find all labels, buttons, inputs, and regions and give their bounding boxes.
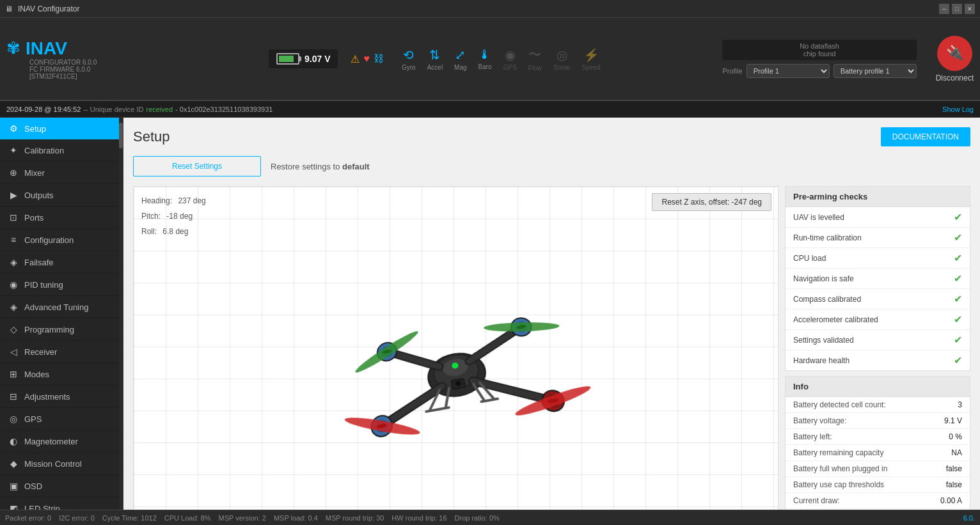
sidebar-item-advancedtuning[interactable]: ◈ Advanced Tuning	[0, 296, 123, 318]
advancedtuning-label: Advanced Tuning	[24, 302, 88, 312]
sidebar-item-calibration[interactable]: ✦ Calibration	[0, 139, 123, 162]
info-header: Info	[786, 377, 970, 397]
full-plugged-value: false	[946, 464, 962, 473]
sensor-accel[interactable]: ⇅ Accel	[422, 46, 448, 72]
info-row-battery-left: Battery left: 0 %	[786, 429, 970, 445]
sidebar-item-pidtuning[interactable]: ◉ PID tuning	[0, 274, 123, 296]
profile-row: Profile Profile 1 Battery profile 1	[722, 64, 916, 78]
sidebar-item-ports[interactable]: ⊡ Ports	[0, 207, 123, 229]
flow-icon: 〜	[528, 46, 541, 63]
check-label-compass: Compass calibrated	[793, 295, 861, 304]
failsafe-label: Failsafe	[24, 258, 54, 267]
sidebar-item-failsafe[interactable]: ◈ Failsafe	[0, 251, 123, 274]
check-row-cpu: CPU load ✔	[786, 248, 970, 269]
sensor-gps[interactable]: ◉ GPS	[498, 46, 522, 72]
sidebar-item-modes[interactable]: ⊞ Modes	[0, 363, 123, 386]
main-layout: ⚙ Setup ✦ Calibration ⊕ Mixer ▶ Outputs …	[0, 118, 980, 510]
receiver-label: Receiver	[24, 347, 57, 357]
check-row-nav: Navigation is safe ✔	[786, 269, 970, 289]
documentation-button[interactable]: DOCUMENTATION	[881, 127, 970, 146]
sidebar-item-outputs[interactable]: ▶ Outputs	[0, 184, 123, 207]
warn-icon[interactable]: ⚠	[351, 53, 360, 65]
pitch-label: Pitch:	[141, 212, 161, 221]
version-badge: 6.0.	[963, 514, 975, 522]
missioncontrol-icon: ◆	[8, 458, 19, 469]
sidebar-item-mixer[interactable]: ⊕ Mixer	[0, 162, 123, 184]
disconnect-circle: 🔌	[937, 36, 972, 71]
mag-label: Mag	[454, 64, 466, 71]
check-ok-cpu: ✔	[954, 252, 962, 264]
profile-select[interactable]: Profile 1	[747, 64, 830, 78]
sensor-gyro[interactable]: ⟲ Gyro	[397, 46, 421, 72]
gps-nav-icon: ◎	[8, 414, 19, 424]
dataflash-line2: chip found	[730, 50, 908, 58]
scroll-thumb	[119, 123, 123, 148]
device-id: - 0x1c002e3132511038393931	[175, 106, 273, 113]
info-row-power-draw: Power draw: 0.00 W	[786, 509, 970, 510]
content-area: Setup DOCUMENTATION Reset Settings Resto…	[123, 118, 980, 510]
close-btn[interactable]: ✕	[965, 4, 975, 14]
sensor-flow[interactable]: 〜 Flow	[523, 45, 547, 73]
current-draw-label: Current draw:	[793, 496, 840, 505]
check-ok-settings: ✔	[954, 334, 962, 346]
sidebar-item-programming[interactable]: ◇ Programming	[0, 318, 123, 341]
win-controls: ─ □ ✕	[939, 4, 975, 14]
maximize-btn[interactable]: □	[952, 4, 962, 14]
separator: -- Unique device ID	[83, 106, 143, 113]
check-ok-nav: ✔	[954, 272, 962, 285]
received-label: received	[146, 106, 173, 113]
sidebar-item-configuration[interactable]: ≡ Configuration	[0, 229, 123, 251]
minimize-btn[interactable]: ─	[939, 4, 949, 14]
magnetometer-icon: ◐	[8, 436, 19, 446]
check-row-hardware: Hardware health ✔	[786, 350, 970, 370]
drone-area	[134, 187, 778, 510]
reset-z-button[interactable]: Reset Z axis, offset: -247 deg	[652, 193, 771, 211]
advancedtuning-icon: ◈	[8, 302, 19, 312]
sidebar-item-missioncontrol[interactable]: ◆ Mission Control	[0, 453, 123, 475]
disconnect-button[interactable]: 🔌 Disconnect	[936, 36, 974, 82]
check-label-runtime: Run-time calibration	[793, 233, 862, 242]
sensor-sonar[interactable]: ◎ Sonar	[548, 46, 576, 72]
sensor-mag[interactable]: ⤢ Mag	[449, 46, 471, 72]
msp-roundtrip: MSP round trip: 30	[326, 514, 384, 522]
heart-icon[interactable]: ♥	[363, 53, 370, 65]
check-label-hardware: Hardware health	[793, 356, 850, 365]
info-row-cell-count: Battery detected cell count: 3	[786, 397, 970, 413]
devicebar: 2024-09-28 @ 19:45:52 -- Unique device I…	[0, 101, 980, 118]
sidebar-item-osd[interactable]: ▣ OSD	[0, 475, 123, 498]
gyro-label: Gyro	[402, 64, 416, 71]
sidebar-item-magnetometer[interactable]: ◐ Magnetometer	[0, 430, 123, 453]
accel-icon: ⇅	[429, 47, 440, 63]
sidebar-item-setup[interactable]: ⚙ Setup	[0, 118, 123, 139]
sidebar-item-gps[interactable]: ◎ GPS	[0, 408, 123, 430]
sensor-area: ⟲ Gyro ⇅ Accel ⤢ Mag 🌡 Baro ◉ GPS 〜 Flow…	[397, 45, 606, 73]
scroll-indicator[interactable]	[119, 118, 123, 510]
cpu-load: CPU Load: 8%	[164, 514, 211, 522]
check-ok-runtime: ✔	[954, 231, 962, 244]
setup-label: Setup	[24, 124, 46, 134]
programming-label: Programming	[24, 325, 74, 334]
ledstrip-label: LED Strip	[24, 504, 60, 510]
check-label-cpu: CPU load	[793, 254, 826, 263]
battery-left-label: Battery left:	[793, 432, 832, 441]
model-info: Heading: 237 deg Pitch: -18 deg Roll: 6.…	[141, 193, 206, 239]
gyro-icon: ⟲	[403, 47, 414, 63]
configuration-icon: ≡	[8, 235, 19, 245]
sidebar-item-adjustments[interactable]: ⊟ Adjustments	[0, 386, 123, 408]
prearm-section: Pre-arming checks UAV is levelled ✔ Run-…	[785, 186, 970, 371]
cycle-time: Cycle Time: 1012	[102, 514, 157, 522]
info-row-current-draw: Current draw: 0.00 A	[786, 493, 970, 509]
reset-settings-button[interactable]: Reset Settings	[133, 156, 261, 176]
sensor-speed[interactable]: ⚡ Speed	[577, 46, 606, 72]
battery-profile-select[interactable]: Battery profile 1	[834, 64, 917, 78]
link-icon[interactable]: ⛓	[374, 53, 384, 65]
sidebar-item-receiver[interactable]: ◁ Receiver	[0, 341, 123, 363]
right-panel: Pre-arming checks UAV is levelled ✔ Run-…	[785, 186, 970, 510]
profile-label: Profile	[722, 67, 742, 75]
show-log-link[interactable]: Show Log	[942, 106, 974, 113]
sidebar-item-ledstrip[interactable]: ◩ LED Strip	[0, 498, 123, 510]
sensor-baro[interactable]: 🌡 Baro	[473, 46, 497, 72]
check-label-uav: UAV is levelled	[793, 213, 844, 222]
drop-ratio: Drop ratio: 0%	[455, 514, 500, 522]
battery-display: 9.07 V	[269, 49, 338, 68]
